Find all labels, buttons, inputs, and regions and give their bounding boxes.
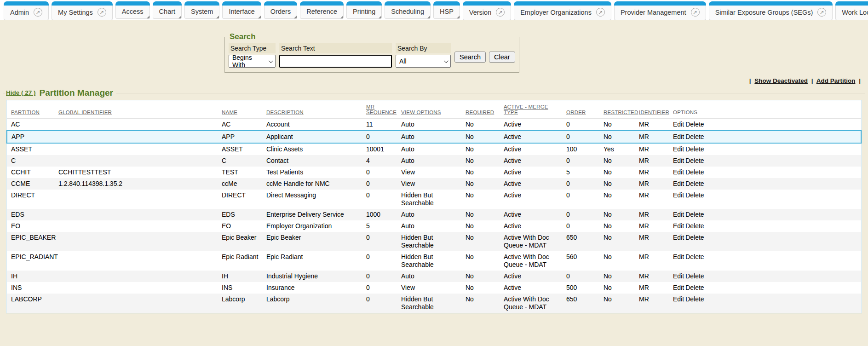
tab-scheduling[interactable]: Scheduling [385,1,431,19]
clear-button[interactable]: Clear [489,52,515,63]
edit-link[interactable]: Edit [673,284,684,291]
add-partition-link[interactable]: Add Partition [816,77,856,84]
tab-accent-bar [264,1,297,6]
table-row-epic-radiant[interactable]: EPIC_RADIANTEpic RadiantEpic Radiant0Hid… [7,251,861,271]
tab-work-locations[interactable]: Work Locations↗ [835,1,868,20]
cell-required: No [464,143,502,155]
table-row-cchit[interactable]: CCHITCCHITTESTTESTTESTTest Patients0View… [7,167,861,178]
hide-link[interactable]: Hide ( 27 ) [6,89,36,96]
delete-link[interactable]: Delete [685,272,704,280]
table-body: ACACAccount11AutoNoActive0NoMREditDelete… [7,119,861,313]
cell-mr_sequence: 11 [364,119,399,131]
edit-link[interactable]: Edit [673,234,684,241]
table-row-ins[interactable]: INSINSInsurance0ViewNoActive500NoMREditD… [7,282,861,294]
tab-admin[interactable]: Admin↗ [4,1,49,20]
tab-label: Reference [306,8,337,15]
column-header-name[interactable]: NAME [220,100,264,119]
column-header-active_merge_type[interactable]: ACTIVE - MERGETYPE [502,100,564,119]
table-header-row: PARTITIONGLOBAL IDENTIFIERNAMEDESCRIPTIO… [7,100,861,119]
cell-partition: DIRECT [7,190,57,209]
table-row-app[interactable]: APPAPPApplicant0AutoNoActive0NoMREditDel… [7,131,861,143]
cell-restricted: No [602,190,637,209]
cell-partition: LABCORP [7,294,57,313]
delete-link[interactable]: Delete [685,121,704,128]
tab-orders[interactable]: Orders [264,1,297,19]
table-row-ccme[interactable]: CCME1.2.840.114398.1.35.2ccMeccMe Handle… [7,178,861,190]
tab-provider-management[interactable]: Provider Management↗ [614,1,706,20]
delete-link[interactable]: Delete [685,234,704,241]
column-header-order[interactable]: ORDER [564,100,602,119]
partition-table: PARTITIONGLOBAL IDENTIFIERNAMEDESCRIPTIO… [6,100,862,313]
table-row-eds[interactable]: EDSEDSEnterprise Delivery Service1000Aut… [7,209,861,220]
delete-link[interactable]: Delete [685,222,704,230]
table-row-asset[interactable]: ASSETASSETClinic Assets10001AutoNoActive… [7,143,861,155]
edit-link[interactable]: Edit [673,133,684,140]
tab-my-settings[interactable]: My Settings↗ [52,1,113,20]
dropdown-corner-icon [457,16,460,18]
delete-link[interactable]: Delete [685,295,704,303]
show-deactivated-link[interactable]: Show Deactivated [754,77,808,84]
tab-hsp[interactable]: HSP [433,1,460,19]
tab-reference[interactable]: Reference [300,1,344,19]
delete-link[interactable]: Delete [685,284,704,291]
cell-identifier: MR [637,155,671,167]
table-row-ih[interactable]: IHIHIndustrial Hygiene0AutoNoActive0NoMR… [7,271,861,282]
column-header-required[interactable]: REQUIRED [464,100,502,119]
edit-link[interactable]: Edit [673,295,684,303]
edit-link[interactable]: Edit [673,168,684,176]
tab-body: Version↗ [463,6,511,20]
edit-link[interactable]: Edit [673,222,684,230]
column-header-partition[interactable]: PARTITION [7,100,57,119]
delete-link[interactable]: Delete [685,157,704,164]
table-row-ac[interactable]: ACACAccount11AutoNoActive0NoMREditDelete [7,119,861,131]
delete-link[interactable]: Delete [685,180,704,187]
tab-access[interactable]: Access [115,1,150,19]
edit-link[interactable]: Edit [673,121,684,128]
tab-chart[interactable]: Chart [153,1,182,19]
tab-body: Reference [300,6,344,19]
column-header-identifier[interactable]: IDENTIFIER [637,100,671,119]
search-button[interactable]: Search [454,52,486,63]
edit-link[interactable]: Edit [673,272,684,280]
tab-bar: Admin↗My Settings↗AccessChartSystemInter… [0,0,868,20]
tab-version[interactable]: Version↗ [463,1,511,20]
delete-link[interactable]: Delete [685,191,704,199]
tab-interface[interactable]: Interface [222,1,261,19]
tab-printing[interactable]: Printing [346,1,382,19]
table-row-direct[interactable]: DIRECTDIRECTDirect Messaging0Hidden But … [7,190,861,209]
cell-active_merge_type: Active With Doc Queue - MDAT [502,251,564,271]
search-panel-title: Search [229,32,258,41]
edit-link[interactable]: Edit [673,157,684,164]
tab-system[interactable]: System [184,1,219,19]
table-row-labcorp[interactable]: LABCORPLabcorpLabcorp0Hidden But Searcha… [7,294,861,313]
cell-mr_sequence: 0 [364,251,399,271]
cell-active_merge_type: Active [502,178,564,190]
delete-link[interactable]: Delete [685,145,704,153]
edit-link[interactable]: Edit [673,180,684,187]
cell-view_options: Hidden But Searchable [399,190,464,209]
search-input[interactable] [279,55,392,68]
column-header-mr_sequence[interactable]: MRSEQUENCE [364,100,399,119]
tab-label: Employer Organizations [520,9,592,16]
table-row-eo[interactable]: EOEOEmployer Organization5AutoNoActive0N… [7,220,861,232]
edit-link[interactable]: Edit [673,211,684,218]
search-type-select[interactable]: Begins With [229,55,276,68]
edit-link[interactable]: Edit [673,191,684,199]
table-row-c[interactable]: CCContact4AutoNoActive0NoMREditDelete [7,155,861,167]
column-header-restricted[interactable]: RESTRICTED [602,100,637,119]
column-header-view_options[interactable]: VIEW OPTIONS [399,100,464,119]
column-header-global_identifier[interactable]: GLOBAL IDENTIFIER [57,100,220,119]
delete-link[interactable]: Delete [685,211,704,218]
delete-link[interactable]: Delete [685,133,704,140]
table-row-epic-beaker[interactable]: EPIC_BEAKEREpic BeakerEpic Beaker0Hidden… [7,232,861,251]
cell-view_options: Auto [399,220,464,232]
search-input-wrap [279,55,392,68]
search-by-select[interactable]: All [396,55,451,68]
edit-link[interactable]: Edit [673,145,684,153]
tab-similar-exposure-groups-segs[interactable]: Similar Exposure Groups (SEGs)↗ [709,1,833,20]
tab-employer-organizations[interactable]: Employer Organizations↗ [514,1,611,20]
delete-link[interactable]: Delete [685,168,704,176]
delete-link[interactable]: Delete [685,253,704,260]
column-header-description[interactable]: DESCRIPTION [264,100,364,119]
edit-link[interactable]: Edit [673,253,684,260]
